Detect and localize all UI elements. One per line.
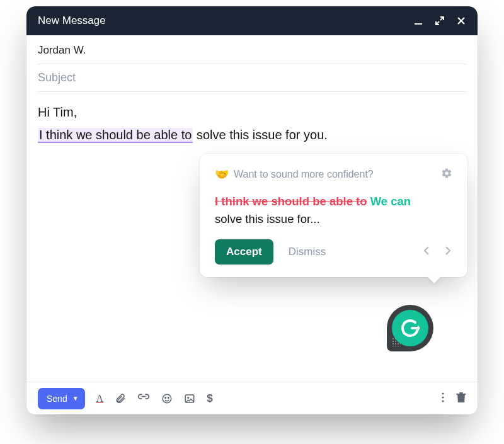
minimize-icon[interactable] (413, 16, 423, 26)
svg-point-7 (163, 394, 171, 403)
to-value: Jordan W. (38, 44, 86, 57)
link-icon[interactable] (137, 393, 150, 404)
svg-point-14 (442, 400, 444, 402)
compose-window: New Message Jordan W. Subject H (26, 6, 478, 414)
insert-text: We can (370, 195, 411, 208)
more-icon[interactable] (441, 392, 445, 406)
caret-down-icon: ▼ (72, 395, 79, 402)
svg-rect-15 (459, 392, 463, 394)
svg-point-12 (442, 392, 444, 394)
format-text-icon[interactable]: A (96, 393, 104, 404)
svg-point-8 (165, 397, 166, 398)
close-icon[interactable] (456, 16, 466, 26)
popup-tail (427, 276, 441, 283)
popup-prompt: Want to sound more confident? (234, 169, 374, 180)
svg-marker-5 (418, 325, 420, 331)
dismiss-button[interactable]: Dismiss (285, 245, 330, 259)
to-field[interactable]: Jordan W. (38, 37, 466, 64)
svg-rect-16 (456, 394, 466, 395)
emoji-icon[interactable] (161, 393, 173, 404)
subject-field[interactable]: Subject (38, 64, 466, 92)
trash-icon[interactable] (456, 392, 466, 406)
grammarly-badge[interactable] (387, 305, 433, 351)
compose-toolbar: Send ▼ A $ (26, 382, 478, 414)
send-label: Send (47, 394, 67, 404)
body-rest: solve this issue for you. (193, 128, 327, 142)
svg-point-13 (442, 396, 444, 398)
expand-icon[interactable] (435, 16, 445, 26)
attachment-icon[interactable] (115, 393, 126, 404)
suggestion-text: I think we should be able to We can solv… (215, 193, 452, 228)
strike-text: I think we should be able to (215, 195, 367, 208)
body-greeting: Hi Tim, (38, 101, 466, 123)
svg-point-9 (168, 397, 169, 398)
body-line: I think we should be able to solve this … (38, 123, 466, 146)
suggestion-popup: 🤝 Want to sound more confident? I think … (200, 154, 467, 277)
svg-point-11 (187, 397, 189, 399)
handshake-icon: 🤝 (215, 168, 229, 181)
window-title: New Message (38, 14, 413, 27)
subject-placeholder: Subject (38, 71, 76, 84)
image-icon[interactable] (184, 393, 195, 404)
dollar-icon[interactable]: $ (207, 392, 212, 405)
body-highlight[interactable]: I think we should be able to (38, 128, 193, 143)
prev-icon[interactable] (422, 244, 431, 259)
trailing-text: solve this issue for... (215, 212, 320, 225)
titlebar: New Message (26, 6, 478, 35)
accept-button[interactable]: Accept (215, 239, 273, 265)
gear-icon[interactable] (441, 168, 452, 181)
send-button[interactable]: Send ▼ (38, 388, 85, 409)
next-icon[interactable] (444, 244, 452, 259)
grammarly-logo-icon (392, 310, 428, 346)
